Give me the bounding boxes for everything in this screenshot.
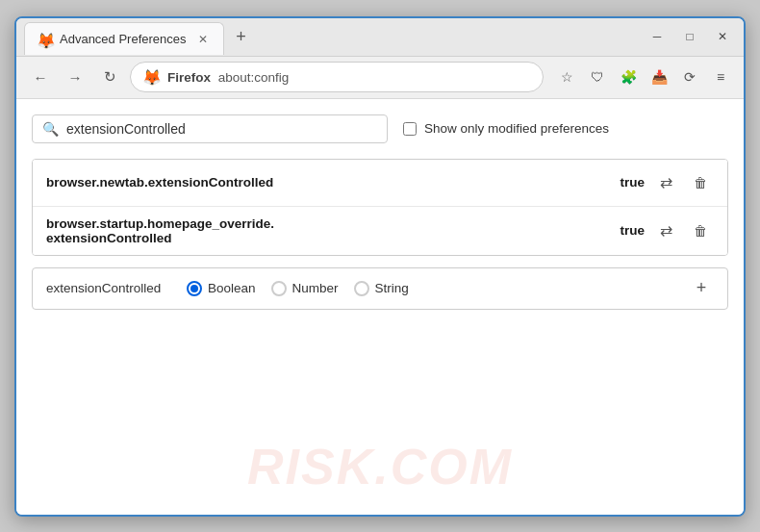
tab-favicon: 🦊 [37,32,52,47]
tab-close-button[interactable]: ✕ [194,31,212,48]
pref-value-1: true [608,175,645,190]
pref-row-2: browser.startup.homepage_override. exten… [33,207,727,255]
swap-icon-1 [660,173,672,191]
show-modified-label[interactable]: Show only modified preferences [403,121,609,136]
menu-icon[interactable]: ≡ [707,63,734,90]
pref-name-1: browser.newtab.extensionControlled [46,175,600,190]
delete-button-1[interactable]: 🗑 [687,169,714,196]
swap-button-1[interactable] [652,169,679,196]
pref-name-2-line1: browser.startup.homepage_override. [46,216,274,231]
new-pref-name: extensionControlled [46,281,171,295]
window-controls: ─ □ ✕ [644,23,736,50]
radio-string[interactable]: String [354,281,409,296]
search-row: 🔍 Show only modified preferences [32,114,728,143]
pref-name-2: browser.startup.homepage_override. exten… [46,216,600,245]
trash-icon-1: 🗑 [694,175,707,190]
toolbar-icons: ☆ 🛡 🧩 📥 ⟳ ≡ [553,63,734,90]
swap-button-2[interactable] [652,217,679,244]
new-tab-button[interactable]: + [228,23,255,50]
radio-number-circle [271,281,287,296]
brand-name: Firefox [167,70,211,85]
type-radio-group: Boolean Number String [187,281,673,296]
add-pref-button[interactable]: + [689,276,714,301]
address-text: Firefox about:config [167,70,531,85]
url-text: about:config [218,70,290,85]
pocket-icon[interactable]: 📥 [646,63,672,90]
back-button[interactable]: ← [26,63,55,91]
minimize-button[interactable]: ─ [644,23,671,50]
pref-value-2: true [608,223,645,238]
extension-icon[interactable]: 🧩 [615,63,642,90]
radio-boolean[interactable]: Boolean [187,281,256,296]
title-bar: 🦊 Advanced Preferences ✕ + ─ □ ✕ [16,18,744,57]
firefox-logo-icon: 🦊 [142,68,160,86]
radio-boolean-circle [187,281,202,296]
bookmark-icon[interactable]: ☆ [553,63,580,90]
nav-bar: ← → ↻ 🦊 Firefox about:config ☆ 🛡 🧩 📥 ⟳ ≡ [16,57,744,99]
new-pref-row: extensionControlled Boolean Number Strin… [32,267,728,310]
search-input[interactable] [66,121,377,137]
radio-string-label: String [375,281,409,295]
shield-icon[interactable]: 🛡 [584,63,611,90]
pref-row-1: browser.newtab.extensionControlled true … [33,160,727,207]
radio-number-label: Number [292,281,339,295]
radio-number[interactable]: Number [271,281,339,296]
show-modified-text: Show only modified preferences [424,121,609,136]
preferences-table: browser.newtab.extensionControlled true … [32,159,728,256]
browser-window: 🦊 Advanced Preferences ✕ + ─ □ ✕ ← → ↻ 🦊… [14,16,746,517]
content-area: 🔍 Show only modified preferences browser… [16,99,744,515]
radio-string-circle [354,281,369,296]
show-modified-checkbox[interactable] [403,122,417,136]
search-icon: 🔍 [42,121,59,137]
pref-actions-2: 🗑 [652,217,714,244]
radio-boolean-label: Boolean [208,281,256,295]
tab-title: Advanced Preferences [60,32,187,46]
sync-icon[interactable]: ⟳ [676,63,703,90]
maximize-button[interactable]: □ [676,23,703,50]
refresh-button[interactable]: ↻ [95,63,124,91]
search-box[interactable]: 🔍 [32,114,388,143]
forward-button[interactable]: → [61,63,89,91]
swap-icon-2 [660,221,672,240]
watermark: RISK.COM [247,438,513,495]
trash-icon-2: 🗑 [694,223,707,239]
pref-actions-1: 🗑 [652,169,714,196]
delete-button-2[interactable]: 🗑 [687,217,714,244]
address-bar[interactable]: 🦊 Firefox about:config [130,62,544,92]
close-button[interactable]: ✕ [709,23,736,50]
pref-name-2-line2: extensionControlled [46,231,172,245]
browser-tab[interactable]: 🦊 Advanced Preferences ✕ [24,22,224,55]
